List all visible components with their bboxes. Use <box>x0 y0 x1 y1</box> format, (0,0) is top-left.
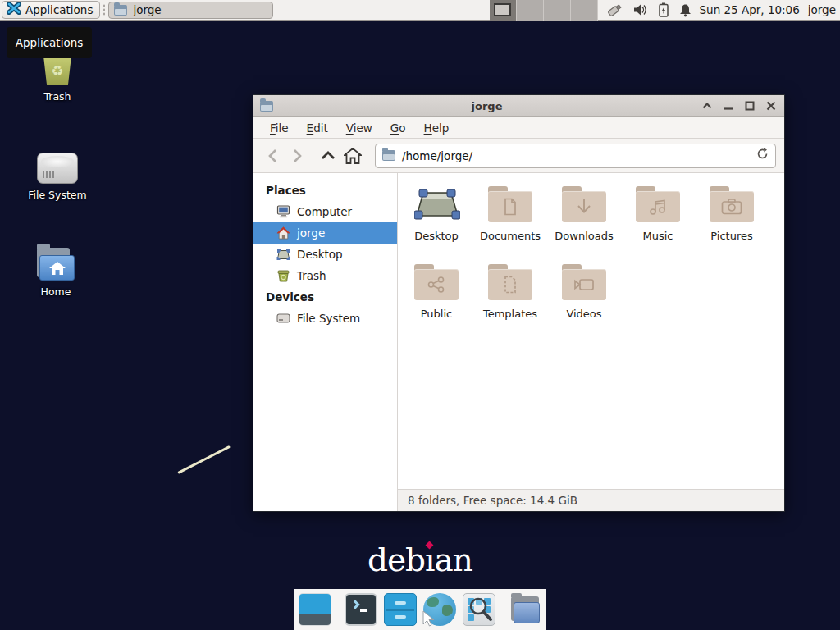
folder-item-videos[interactable]: Videos <box>547 261 621 339</box>
cursor-glyph <box>422 610 436 628</box>
panel-clock[interactable]: Sun 25 Apr, 10:06 <box>700 3 800 16</box>
templates-folder-icon <box>488 264 532 300</box>
sidebar-item-desktop[interactable]: Desktop <box>253 244 397 265</box>
workspace-4[interactable] <box>571 0 598 21</box>
folder-item-documents[interactable]: Documents <box>473 183 547 261</box>
folder-item-templates[interactable]: Templates <box>473 261 547 339</box>
menu-go[interactable]: Go <box>383 119 413 137</box>
workspace-window-preview <box>494 3 511 16</box>
volume-icon[interactable] <box>633 3 648 16</box>
file-manager-icon[interactable] <box>384 593 417 626</box>
computer-icon <box>276 205 290 218</box>
system-tray <box>606 2 692 17</box>
folder-item-music[interactable]: Music <box>621 183 695 261</box>
workspace-3[interactable] <box>544 0 571 21</box>
recycle-glyph: ♻ <box>51 62 63 79</box>
music-folder-icon <box>636 186 680 222</box>
sidebar-devices-header: Devices <box>253 286 397 308</box>
panel-grip-handle[interactable] <box>102 3 107 16</box>
close-button[interactable] <box>765 99 778 112</box>
web-browser-icon[interactable] <box>423 593 456 626</box>
shade-button[interactable] <box>701 99 714 112</box>
panel-username: jorge <box>808 3 836 16</box>
folder-item-downloads[interactable]: Downloads <box>547 183 621 261</box>
forward-button[interactable] <box>286 145 308 167</box>
cursor-trail-artifact <box>177 445 231 474</box>
sidebar-item-jorge[interactable]: jorge <box>253 222 397 244</box>
applications-tooltip: Applications <box>7 27 92 58</box>
xfce-logo-icon <box>7 2 21 18</box>
hard-drive-icon <box>18 144 97 184</box>
file-manager-window: jorge File Edit View Go Help <box>253 94 785 512</box>
folder-item-desktop[interactable]: Desktop <box>399 183 473 261</box>
desktop-special-icon <box>414 186 459 222</box>
magnifier-glyph <box>467 596 495 624</box>
sidebar-item-computer[interactable]: Computer <box>253 201 397 222</box>
maximize-button[interactable] <box>743 99 756 112</box>
house-glyph <box>48 261 66 276</box>
desktop-icon <box>276 249 290 261</box>
debian-logo: debıan <box>322 541 518 578</box>
folder-item-public[interactable]: Public <box>399 261 473 339</box>
workspace-switcher <box>490 0 598 21</box>
window-titlebar[interactable]: jorge <box>253 95 784 117</box>
terminal-icon[interactable] <box>345 593 377 626</box>
pictures-folder-icon <box>710 186 754 222</box>
desktop-icon-home[interactable]: Home <box>16 241 95 298</box>
desktop-icon-file-system[interactable]: File System <box>18 144 97 201</box>
directory-menu-icon[interactable] <box>509 593 541 626</box>
top-panel: Applications jorge <box>0 0 840 21</box>
toolbar: /home/jorge/ <box>253 139 784 173</box>
statusbar: 8 folders, Free space: 14.4 GiB <box>398 489 784 511</box>
applications-menu-button[interactable]: Applications <box>2 1 100 19</box>
back-button[interactable] <box>262 145 283 167</box>
location-path[interactable]: /home/jorge/ <box>402 149 750 162</box>
menubar: File Edit View Go Help <box>253 117 784 139</box>
window-title: jorge <box>273 100 701 112</box>
folder-item-pictures[interactable]: Pictures <box>695 183 769 261</box>
drive-icon <box>276 313 290 324</box>
removable-media-icon[interactable] <box>606 2 623 17</box>
window-title-icon <box>260 101 273 112</box>
taskbar-window-button[interactable]: jorge <box>108 2 273 19</box>
menu-edit[interactable]: Edit <box>299 119 336 137</box>
file-grid: Desktop Documents Downloads <box>398 173 784 489</box>
trash-icon <box>276 269 290 282</box>
show-desktop-icon[interactable] <box>299 593 331 626</box>
sidebar-item-trash[interactable]: Trash <box>253 265 397 286</box>
sidebar: Places Computer jo <box>253 173 398 511</box>
menu-help[interactable]: Help <box>417 119 457 137</box>
dock-panel <box>294 589 546 630</box>
desktop: Applications jorge <box>0 0 840 630</box>
location-folder-icon <box>382 150 395 161</box>
home-icon <box>276 226 290 240</box>
documents-folder-icon <box>488 186 532 222</box>
notifications-bell-icon[interactable] <box>679 3 692 17</box>
applications-menu-label: Applications <box>25 3 93 16</box>
menu-view[interactable]: View <box>339 119 380 137</box>
videos-folder-icon <box>562 264 606 300</box>
workspace-1[interactable] <box>490 0 517 21</box>
menu-file[interactable]: File <box>262 119 296 137</box>
sidebar-item-file-system[interactable]: File System <box>253 308 397 329</box>
location-bar[interactable]: /home/jorge/ <box>375 144 776 168</box>
downloads-folder-icon <box>562 186 606 222</box>
application-finder-icon[interactable] <box>463 593 495 626</box>
reload-button[interactable] <box>756 148 769 163</box>
workspace-2[interactable] <box>517 0 544 21</box>
public-folder-icon <box>414 264 459 300</box>
window-folder-icon <box>114 5 127 16</box>
minimize-button[interactable] <box>722 99 735 112</box>
up-button[interactable] <box>317 145 339 167</box>
battery-icon[interactable] <box>659 2 669 17</box>
home-folder-icon <box>16 241 95 281</box>
home-button[interactable] <box>342 145 363 167</box>
sidebar-places-header: Places <box>253 180 397 201</box>
